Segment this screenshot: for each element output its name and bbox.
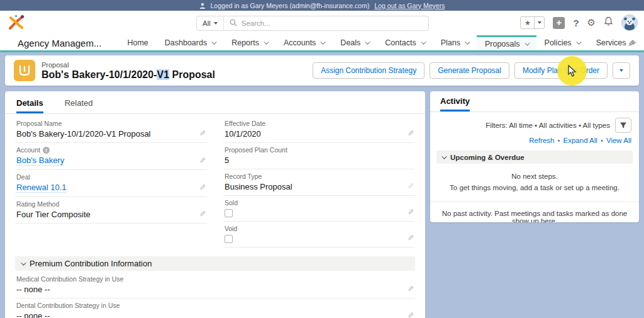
field-proposed-plan-count: Proposed Plan Count 5 (223, 143, 415, 169)
user-avatar[interactable] (621, 14, 638, 31)
field-void: Void ✎ (223, 222, 415, 247)
selected-text: V1 (157, 69, 169, 80)
quick-add-icon[interactable]: + (553, 17, 565, 29)
filter-button[interactable] (615, 118, 631, 133)
nav-item-dashboards[interactable]: Dashboards (157, 35, 223, 50)
field-sold: Sold ✎ (223, 196, 415, 222)
upcoming-overdue-header[interactable]: Upcoming & Overdue (436, 150, 633, 164)
search-scope-label: All (203, 20, 211, 27)
chevron-down-icon (421, 39, 426, 44)
void-checkbox[interactable] (225, 235, 233, 243)
activity-links: Refresh • Expand All • View All (430, 135, 639, 149)
field-account: Accounti Bob's Bakery ✎ (15, 143, 207, 170)
premium-section-fields: Medical Contribution Strategy in Use -- … (5, 271, 425, 318)
chevron-down-icon (211, 39, 216, 44)
search-scope-dropdown[interactable]: All (197, 16, 224, 30)
field-dental-contribution: Dental Contribution Strategy in Use -- n… (15, 298, 415, 318)
edit-nav-pencil-icon[interactable]: ✎ (628, 38, 635, 48)
nav-item-deals[interactable]: Deals (332, 35, 377, 50)
details-card: Details Related Proposal Name Bob's Bake… (5, 91, 425, 318)
filters-summary: Filters: All time • All activities • All… (486, 122, 610, 129)
generate-proposal-button[interactable]: Generate Proposal (430, 62, 509, 79)
nav-item-contacts[interactable]: Contacts (377, 35, 432, 50)
field-grid: Proposal Name Bob's Bakery-10/1/2020-V1 … (5, 114, 425, 247)
view-all-link[interactable]: View All (606, 137, 631, 144)
nav-items: Home Dashboards Reports Accounts Deals C… (119, 35, 644, 50)
header-icons: ★ + ? ⚙ (520, 14, 638, 31)
more-actions-dropdown[interactable] (613, 62, 630, 79)
filter-funnel-icon (619, 122, 627, 129)
nav-item-home[interactable]: Home (119, 35, 156, 50)
field-rating-method: Rating Method Four Tier Composite ✎ (15, 197, 207, 224)
nav-item-proposals[interactable]: Proposals (477, 35, 536, 50)
info-icon[interactable]: i (43, 147, 50, 154)
record-type-edit-icon[interactable]: ✎ (408, 182, 414, 191)
field-effective-date: Effective Date 10/1/2020 ✎ (223, 116, 415, 143)
app-name[interactable]: Agency Managem... (18, 38, 101, 48)
utility-bar: Logged in as Gary Meyers (admin@fh-insur… (0, 0, 644, 11)
cursor-click-highlight (557, 56, 587, 86)
salesforce-app-screen: Logged in as Gary Meyers (admin@fh-insur… (0, 0, 644, 318)
search-icon (230, 18, 237, 29)
record-title: Bob's Bakery-10/1/2020-V1 Proposal (42, 69, 313, 81)
activity-tabs: Activity (430, 91, 639, 112)
section-header-premium-contribution[interactable]: Premium Contribution Information (15, 256, 415, 271)
record-title-block: Proposal Bob's Bakery-10/1/2020-V1 Propo… (42, 61, 313, 81)
expand-all-link[interactable]: Expand All (564, 137, 597, 144)
field-deal: Deal Renewal 10.1 ✎ (15, 170, 207, 197)
section-chevron-icon (21, 260, 26, 265)
chevron-down-icon (214, 22, 218, 25)
refresh-link[interactable]: Refresh (529, 137, 554, 144)
inline-edit-pencil-icon[interactable]: ✎ (199, 210, 206, 219)
inline-edit-pencil-icon[interactable]: ✎ (408, 234, 414, 242)
favorites-caret-icon[interactable] (535, 17, 544, 28)
help-icon[interactable]: ? (573, 18, 579, 28)
mouse-cursor-icon (567, 65, 577, 77)
record-entity-label: Proposal (42, 61, 313, 69)
chevron-down-icon (321, 39, 326, 44)
logout-link[interactable]: Log out as Gary Meyers (374, 2, 445, 9)
logged-in-text: Logged in as Gary Meyers (admin@fh-insur… (211, 2, 370, 9)
field-proposal-name: Proposal Name Bob's Bakery-10/1/2020-V1 … (15, 116, 207, 143)
no-next-steps-message: No next steps. To get things moving, add… (430, 164, 639, 202)
account-link[interactable]: Bob's Bakery (16, 156, 64, 166)
inline-edit-pencil-icon[interactable]: ✎ (199, 183, 206, 192)
chevron-down-icon (465, 39, 470, 44)
search-input[interactable] (242, 20, 428, 27)
nav-item-accounts[interactable]: Accounts (275, 35, 332, 50)
favorites-star-icon[interactable]: ★ (521, 17, 535, 28)
nav-item-plans[interactable]: Plans (433, 35, 477, 50)
chevron-down-icon (264, 39, 269, 44)
field-column-left: Proposal Name Bob's Bakery-10/1/2020-V1 … (15, 116, 207, 247)
inline-edit-pencil-icon[interactable]: ✎ (408, 285, 414, 293)
nav-item-reports[interactable]: Reports (223, 35, 275, 50)
person-icon (199, 3, 206, 9)
sold-checkbox[interactable] (225, 209, 233, 217)
section-chevron-icon (441, 154, 447, 159)
inline-edit-pencil-icon[interactable]: ✎ (408, 129, 414, 138)
field-column-right: Effective Date 10/1/2020 ✎ Proposed Plan… (223, 116, 415, 247)
inline-edit-pencil-icon[interactable]: ✎ (408, 208, 414, 217)
inline-edit-pencil-icon[interactable]: ✎ (199, 156, 206, 165)
assign-contribution-strategy-button[interactable]: Assign Contribution Strategy (313, 62, 425, 79)
notification-bell-icon[interactable] (604, 16, 613, 29)
setup-gear-icon[interactable]: ⚙ (587, 17, 596, 28)
no-past-activity-message: No past activity. Past meetings and task… (430, 202, 639, 222)
activity-card: Activity Filters: All time • All activit… (430, 91, 639, 222)
favorites-button: ★ (520, 16, 545, 29)
nav-item-policies[interactable]: Policies (536, 35, 588, 50)
activity-filters-row: Filters: All time • All activities • All… (430, 112, 639, 135)
deal-link[interactable]: Renewal 10.1 (16, 183, 67, 193)
record-header: Proposal Bob's Bakery-10/1/2020-V1 Propo… (5, 55, 639, 86)
global-header: All ★ + ? ⚙ (0, 11, 644, 35)
tab-activity[interactable]: Activity (440, 96, 470, 111)
chevron-down-icon (365, 39, 370, 44)
proposal-record-icon (14, 60, 35, 81)
tab-details[interactable]: Details (16, 98, 43, 113)
inline-edit-pencil-icon[interactable]: ✎ (199, 129, 206, 138)
global-search: All (196, 16, 429, 31)
tab-related[interactable]: Related (65, 98, 93, 113)
field-record-type: Record Type Business Proposal ✎ (223, 169, 415, 196)
inline-edit-pencil-icon[interactable]: ✎ (408, 311, 414, 318)
field-medical-contribution: Medical Contribution Strategy in Use -- … (15, 272, 415, 298)
